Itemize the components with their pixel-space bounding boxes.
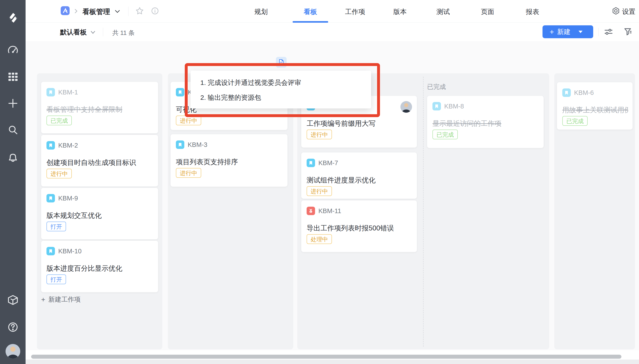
- card-id: KBM-6: [574, 89, 594, 96]
- new-item-label: 新建: [557, 27, 570, 36]
- help-icon[interactable]: [6, 320, 20, 334]
- card-title: 显示最近访问的工作项: [432, 119, 539, 128]
- card-title: 版本进度百分比显示优化: [47, 264, 154, 273]
- app-sidebar: [0, 0, 26, 364]
- page-title[interactable]: 看板管理: [83, 7, 110, 16]
- card-title: 项目列表页支持排序: [176, 157, 283, 167]
- status-badge: 进行中: [176, 116, 201, 125]
- story-type-icon: [176, 88, 184, 96]
- card-kbm-8[interactable]: KBM-8 显示最近访问的工作项 已完成: [427, 96, 544, 148]
- project-icon[interactable]: [61, 6, 70, 15]
- story-type-icon: [47, 88, 55, 96]
- notifications-bell-icon[interactable]: [6, 150, 20, 164]
- create-plus-icon[interactable]: [6, 96, 20, 110]
- board-selector-label: 默认看板: [60, 28, 87, 37]
- card-title: 工作项编号前缀用大写: [307, 119, 412, 128]
- package-cube-icon[interactable]: [6, 293, 20, 307]
- add-work-item-button[interactable]: + 新建工作项: [41, 295, 81, 304]
- card-kbm-3[interactable]: KBM-3 项目列表页支持排序 进行中: [171, 134, 287, 187]
- done-section-divider: [423, 77, 424, 347]
- story-type-icon: [562, 88, 571, 97]
- card-kbm-11[interactable]: KBM-11 导出工作项列表时报500错误 处理中: [301, 200, 417, 252]
- tab-testing[interactable]: 测试: [436, 7, 450, 16]
- description-tooltip: 1. 完成设计并通过视觉委员会评审 2. 输出完整的资源包: [191, 71, 371, 108]
- caret-down-icon[interactable]: [578, 31, 582, 33]
- settings-button[interactable]: 设置: [612, 7, 635, 16]
- new-item-button[interactable]: + 新建: [542, 25, 593, 38]
- tab-planning[interactable]: 规划: [254, 7, 268, 16]
- favorite-star-icon[interactable]: [135, 7, 144, 16]
- card-id: KBM-7: [318, 159, 338, 167]
- card-id: KBM-1: [58, 89, 78, 96]
- project-switch-caret-icon[interactable]: [115, 9, 120, 15]
- card-id: KBM-8: [444, 103, 464, 110]
- apps-grid-icon[interactable]: [6, 70, 20, 84]
- story-type-icon: [176, 140, 184, 149]
- info-icon[interactable]: [151, 7, 159, 16]
- card-title: 版本规划交互优化: [47, 211, 154, 220]
- status-badge: 已完成: [432, 130, 458, 139]
- status-badge: 进行中: [176, 168, 201, 178]
- tab-kanban[interactable]: 看板: [304, 7, 317, 16]
- tooltip-line: 1. 完成设计并通过视觉委员会评审: [200, 78, 301, 87]
- assignee-avatar[interactable]: [400, 101, 412, 113]
- item-count: 共 11 条: [112, 29, 135, 37]
- dashboard-icon[interactable]: [6, 43, 20, 58]
- gear-icon: [612, 7, 620, 16]
- status-badge: 打开: [47, 274, 66, 284]
- page-bottom-strip: [26, 360, 639, 364]
- chevron-down-icon: [90, 30, 96, 34]
- status-badge: 进行中: [307, 186, 332, 196]
- add-work-item-label: 新建工作项: [49, 295, 81, 304]
- card-kbm-1[interactable]: KBM-1 看板管理中支持全屏限制 已完成: [41, 82, 158, 133]
- status-badge: 处理中: [307, 234, 332, 244]
- breadcrumb-chevron-icon: [74, 8, 79, 15]
- status-badge: 已完成: [47, 116, 72, 125]
- board-selector[interactable]: 默认看板: [60, 28, 96, 37]
- card-title: 导出工作项列表时报500错误: [307, 224, 412, 233]
- plus-icon: +: [41, 296, 45, 303]
- divider: [598, 28, 598, 36]
- card-title: 测试组件进度显示优化: [307, 176, 412, 185]
- story-type-icon: [47, 247, 55, 255]
- display-settings-icon[interactable]: [604, 27, 613, 38]
- card-title: 看板管理中支持全屏限制: [47, 105, 154, 114]
- card-kbm-10[interactable]: KBM-10 版本进度百分比显示优化 打开: [41, 241, 158, 292]
- status-badge: 进行中: [307, 130, 332, 139]
- settings-label: 设置: [622, 7, 635, 16]
- horizontal-scrollbar[interactable]: [31, 355, 621, 359]
- column-doc-icon[interactable]: [276, 57, 287, 68]
- user-avatar[interactable]: [6, 344, 20, 359]
- search-icon[interactable]: [6, 123, 20, 137]
- story-type-icon: [47, 141, 55, 150]
- card-kbm-2[interactable]: KBM-2 创建项目时自动生成项目标识 进行中: [41, 135, 158, 186]
- card-id: KBM-11: [318, 207, 341, 215]
- card-id: KBM-9: [58, 195, 78, 202]
- tooltip-line: 2. 输出完整的资源包: [200, 93, 261, 102]
- story-type-icon: [307, 159, 315, 167]
- card-id: KBM-3: [188, 141, 207, 148]
- filter-icon[interactable]: [623, 27, 633, 38]
- card-kbm-7[interactable]: KBM-7 测试组件进度显示优化 进行中: [301, 152, 417, 199]
- card-id: KBM-2: [58, 142, 78, 149]
- board-toolbar: 默认看板 共 11 条 + 新建: [26, 22, 639, 41]
- card-kbm-6[interactable]: KBM-6 用故事上关联测试用例 已完成: [557, 82, 632, 130]
- status-badge: 已完成: [562, 116, 588, 126]
- tab-work-items[interactable]: 工作项: [345, 7, 365, 16]
- bug-type-icon: [307, 207, 315, 215]
- divider: [128, 7, 129, 16]
- card-kbm-9[interactable]: KBM-9 版本规划交互优化 打开: [41, 188, 158, 239]
- app-logo-icon[interactable]: [6, 10, 20, 24]
- done-section-label: 已完成: [427, 83, 446, 91]
- tab-pages[interactable]: 页面: [481, 7, 494, 16]
- top-navigation-bar: 看板管理 规划 看板 工作项 版本 测试 页面 报表 设置: [26, 0, 639, 23]
- card-id: KBM-10: [58, 248, 82, 255]
- tab-versions[interactable]: 版本: [393, 7, 407, 16]
- story-type-icon: [47, 194, 55, 202]
- plus-icon: +: [550, 28, 554, 36]
- tab-reports[interactable]: 报表: [526, 7, 539, 16]
- card-title: 用故事上关联测试用例: [562, 105, 628, 115]
- card-title: 创建项目时自动生成项目标识: [47, 158, 154, 167]
- status-badge: 打开: [47, 222, 66, 231]
- status-badge: 进行中: [47, 169, 72, 178]
